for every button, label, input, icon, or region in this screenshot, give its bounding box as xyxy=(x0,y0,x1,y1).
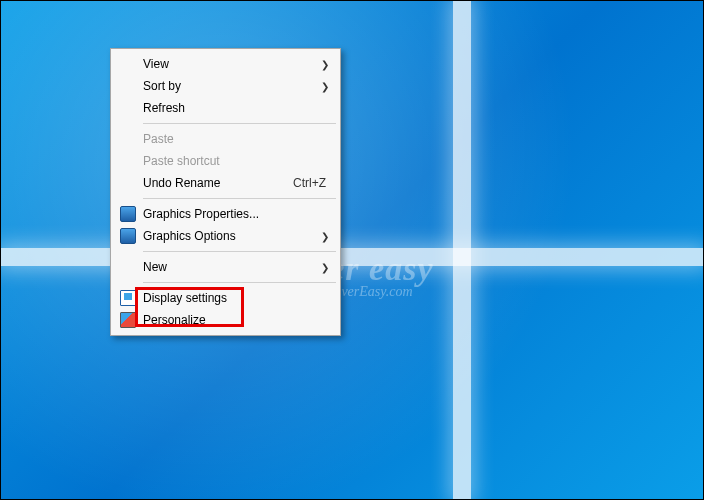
menu-separator xyxy=(143,251,336,252)
menu-label: Graphics Properties... xyxy=(143,203,318,225)
menu-label: View xyxy=(143,53,318,75)
menu-item-refresh[interactable]: Refresh xyxy=(113,97,338,119)
wallpaper-window-bar-horizontal xyxy=(0,248,704,266)
intel-graphics-icon xyxy=(113,206,143,222)
menu-separator xyxy=(143,123,336,124)
menu-separator xyxy=(143,282,336,283)
display-icon xyxy=(113,290,143,306)
desktop-context-menu: View Sort by Refresh Paste Paste shortcu… xyxy=(110,48,341,336)
menu-label: Refresh xyxy=(143,97,318,119)
menu-label: New xyxy=(143,256,318,278)
menu-item-graphics-properties[interactable]: Graphics Properties... xyxy=(113,203,338,225)
intel-graphics-icon xyxy=(113,228,143,244)
menu-separator xyxy=(143,198,336,199)
menu-label: Graphics Options xyxy=(143,225,318,247)
menu-label: Personalize xyxy=(143,309,318,331)
submenu-arrow-icon xyxy=(318,53,332,76)
submenu-arrow-icon xyxy=(318,256,332,279)
menu-item-graphics-options[interactable]: Graphics Options xyxy=(113,225,338,247)
menu-label: Paste shortcut xyxy=(143,150,318,172)
wallpaper-window-bar-vertical xyxy=(453,0,471,500)
menu-item-display-settings[interactable]: Display settings xyxy=(113,287,338,309)
menu-label: Display settings xyxy=(143,287,318,309)
submenu-arrow-icon xyxy=(318,75,332,98)
menu-item-personalize[interactable]: Personalize xyxy=(113,309,338,331)
menu-item-new[interactable]: New xyxy=(113,256,338,278)
menu-item-paste: Paste xyxy=(113,128,338,150)
menu-item-view[interactable]: View xyxy=(113,53,338,75)
desktop-wallpaper[interactable]: driver easy www.DriverEasy.com View Sort… xyxy=(0,0,704,500)
menu-label: Paste xyxy=(143,128,318,150)
menu-label: Undo Rename xyxy=(143,172,293,194)
personalize-icon xyxy=(113,312,143,328)
menu-item-paste-shortcut: Paste shortcut xyxy=(113,150,338,172)
menu-item-sort-by[interactable]: Sort by xyxy=(113,75,338,97)
submenu-arrow-icon xyxy=(318,225,332,248)
menu-shortcut: Ctrl+Z xyxy=(293,172,332,194)
menu-label: Sort by xyxy=(143,75,318,97)
menu-item-undo-rename[interactable]: Undo Rename Ctrl+Z xyxy=(113,172,338,194)
